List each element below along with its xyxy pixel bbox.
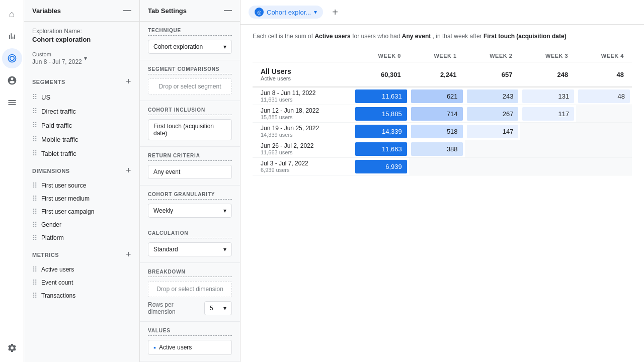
desc-text-3: , in that week after — [433, 33, 482, 40]
report-content: Each cell is the sum of Active users for… — [240, 25, 644, 362]
dimension-item-source[interactable]: ⠿ First user source — [24, 179, 139, 192]
segment-label: Mobile traffic — [41, 136, 78, 143]
cell-value: 621 — [411, 89, 463, 103]
rows-per-dimension-dropdown[interactable]: 5 ▾ — [204, 301, 232, 315]
segment-item-direct[interactable]: ⠿ Direct traffic — [24, 104, 139, 118]
segment-label: Paid traffic — [41, 122, 72, 129]
metric-label: Event count — [41, 279, 73, 286]
cell-value: 388 — [411, 142, 463, 156]
cell-3-2: 147 — [465, 123, 521, 140]
segment-item-tablet[interactable]: ⠿ Tablet traffic — [24, 146, 139, 160]
audience-icon[interactable] — [2, 70, 22, 90]
row-label-1: Jun 8 - Jun 11, 2022 11,631 users — [253, 87, 353, 105]
tab-settings-panel: Tab Settings — TECHNIQUE Cohort explorat… — [140, 0, 240, 362]
dimensions-section-header: DIMENSIONS + — [24, 160, 139, 179]
cell-value: 131 — [522, 89, 574, 103]
variables-minimize-btn[interactable]: — — [123, 6, 131, 15]
cell-3-1: 518 — [409, 123, 465, 140]
cell-1-0: 11,631 — [353, 87, 409, 105]
dimension-item-platform[interactable]: ⠿ Platform — [24, 231, 139, 244]
all-users-week2: 657 — [465, 62, 521, 87]
technique-label: TECHNIQUE — [148, 28, 232, 36]
cell-1-3: 131 — [520, 87, 576, 105]
calculation-dropdown[interactable]: Standard ▾ — [148, 242, 232, 256]
explore-icon[interactable] — [2, 48, 22, 68]
segment-comparisons-section: SEGMENT COMPARISONS Drop or select segme… — [140, 60, 240, 101]
cell-4-4 — [576, 140, 632, 158]
col-header-week1: WEEK 1 — [409, 50, 465, 62]
metric-label: Active users — [41, 266, 74, 273]
segment-item-mobile[interactable]: ⠿ Mobile traffic — [24, 132, 139, 146]
all-users-sub: Active users — [261, 75, 345, 81]
calculation-label: CALCULATION — [148, 230, 232, 238]
col-header-week4: WEEK 4 — [576, 50, 632, 62]
chevron-down-icon: ▾ — [223, 43, 226, 50]
values-value[interactable]: ▪ Active users — [148, 340, 232, 355]
return-criteria-label: RETURN CRITERIA — [148, 153, 232, 161]
date-range-section: Custom Jun 8 - Jul 7, 2022 ▾ — [24, 49, 139, 71]
metric-item-event-count[interactable]: ⠿ Event count — [24, 276, 139, 289]
main-header: ◎ Cohort explor... ▾ + — [240, 0, 644, 25]
segment-label: Tablet traffic — [41, 150, 76, 157]
settings-icon[interactable] — [2, 338, 22, 358]
report-description: Each cell is the sum of Active users for… — [253, 33, 632, 40]
cell-3-0: 14,339 — [353, 123, 409, 140]
main-content: ◎ Cohort explor... ▾ + Each cell is the … — [240, 0, 644, 362]
dimension-item-campaign[interactable]: ⠿ First user campaign — [24, 205, 139, 218]
segments-section-header: SEGMENTS + — [24, 71, 139, 90]
cell-2-2: 267 — [465, 105, 521, 123]
dimension-label: First user source — [41, 182, 86, 189]
segment-drop-zone[interactable]: Drop or select segment — [148, 78, 232, 95]
cohort-tab[interactable]: ◎ Cohort explor... ▾ — [249, 6, 323, 19]
table-row: Jun 19 - Jun 25, 2022 14,339 users 14,33… — [253, 123, 632, 140]
metric-item-active-users[interactable]: ⠿ Active users — [24, 263, 139, 276]
values-label: VALUES — [148, 328, 232, 336]
cohort-inclusion-value[interactable]: First touch (acquisition date) — [148, 119, 232, 140]
cell-value: 147 — [467, 125, 519, 138]
segments-add-btn[interactable]: + — [126, 76, 131, 87]
home-icon[interactable]: ⌂ — [2, 4, 22, 24]
metrics-add-btn[interactable]: + — [126, 249, 131, 260]
cell-2-0: 15,885 — [353, 105, 409, 123]
dimensions-add-btn[interactable]: + — [126, 165, 131, 176]
calculation-section: CALCULATION Standard ▾ — [140, 224, 240, 263]
cell-1-2: 243 — [465, 87, 521, 105]
cell-value: 267 — [467, 107, 519, 121]
technique-dropdown[interactable]: Cohort exploration ▾ — [148, 40, 232, 54]
cell-3-3 — [520, 123, 576, 140]
return-criteria-value[interactable]: Any event — [148, 165, 232, 179]
metrics-list: ⠿ Active users ⠿ Event count ⠿ Transacti… — [24, 263, 139, 302]
values-color-indicator: ▪ — [153, 343, 156, 351]
calculation-value: Standard — [153, 246, 178, 253]
tab-settings-minimize-btn[interactable]: — — [224, 6, 232, 15]
cohort-granularity-label: COHORT GRANULARITY — [148, 192, 232, 200]
segment-item-us[interactable]: ⠿ US — [24, 90, 139, 104]
col-header-cohort — [253, 50, 353, 62]
chart-icon[interactable] — [2, 26, 22, 46]
cell-value: 14,339 — [355, 125, 407, 138]
segments-title: SEGMENTS — [32, 79, 65, 85]
dimension-item-medium[interactable]: ⠿ First user medium — [24, 192, 139, 205]
drag-handle-icon: ⠿ — [32, 279, 37, 287]
row-label-2: Jun 12 - Jun 18, 2022 15,885 users — [253, 105, 353, 123]
segment-item-paid[interactable]: ⠿ Paid traffic — [24, 118, 139, 132]
cohort-granularity-dropdown[interactable]: Weekly ▾ — [148, 204, 232, 218]
date-range-arrow[interactable]: ▾ — [84, 55, 87, 62]
cell-1-4: 48 — [576, 87, 632, 105]
chevron-down-icon: ▾ — [314, 9, 317, 16]
drag-handle-icon: ⠿ — [32, 121, 37, 129]
date-range-custom-label: Custom — [32, 51, 82, 57]
cell-2-1: 714 — [409, 105, 465, 123]
add-tab-button[interactable]: + — [327, 4, 343, 20]
drag-handle-icon: ⠿ — [32, 221, 37, 229]
breakdown-drop-zone[interactable]: Drop or select dimension — [148, 281, 232, 297]
reports-icon[interactable] — [2, 93, 22, 113]
dimensions-title: DIMENSIONS — [32, 168, 70, 174]
cell-2-3: 117 — [520, 105, 576, 123]
dimension-item-gender[interactable]: ⠿ Gender — [24, 218, 139, 231]
all-users-week1: 2,241 — [409, 62, 465, 87]
metric-item-transactions[interactable]: ⠿ Transactions — [24, 289, 139, 302]
cell-4-2 — [465, 140, 521, 158]
left-nav: ⌂ — [0, 0, 24, 362]
col-header-week2: WEEK 2 — [465, 50, 521, 62]
